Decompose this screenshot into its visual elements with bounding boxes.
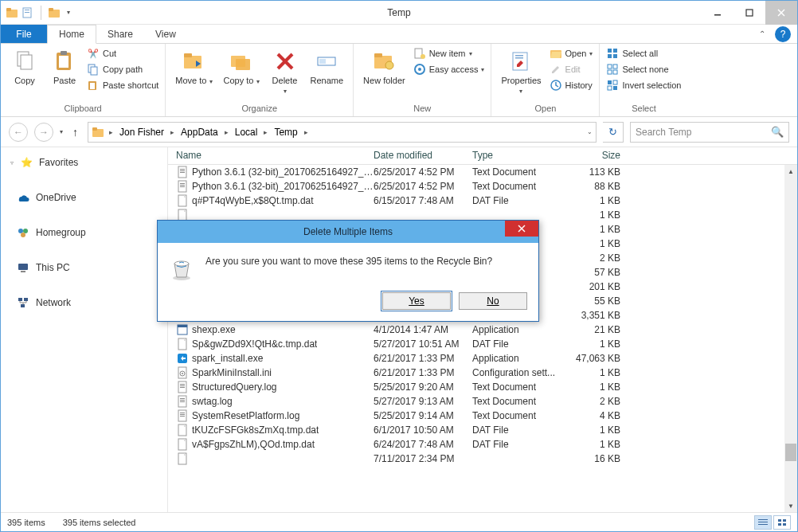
sidebar-item-network[interactable]: Network bbox=[1, 292, 167, 313]
tab-home[interactable]: Home bbox=[47, 25, 96, 44]
crumb-1[interactable]: AppData bbox=[179, 127, 220, 138]
file-type: Application bbox=[472, 324, 568, 335]
copy-path-button[interactable]: Copy path bbox=[87, 63, 158, 76]
new-item-button[interactable]: New item ▾ bbox=[413, 47, 485, 60]
minimize-button[interactable] bbox=[702, 1, 733, 25]
delete-button[interactable]: Delete▾ bbox=[268, 47, 303, 97]
tab-view[interactable]: View bbox=[144, 25, 187, 43]
recent-locations-icon[interactable]: ▾ bbox=[60, 128, 63, 135]
file-row[interactable]: StructuredQuery.log5/25/2017 9:20 AMText… bbox=[168, 380, 797, 394]
chevron-right-icon[interactable]: ▸ bbox=[169, 128, 176, 136]
file-row[interactable]: shexp.exe4/1/2014 1:47 AMApplication21 K… bbox=[168, 323, 797, 337]
help-icon[interactable]: ? bbox=[775, 26, 791, 42]
refresh-button[interactable]: ↻ bbox=[603, 122, 624, 143]
file-row[interactable]: vA$FgpsZhLM),QOd.tmp.dat6/24/2017 7:48 A… bbox=[168, 437, 797, 452]
rename-button[interactable]: Rename bbox=[307, 47, 347, 87]
move-to-button[interactable]: Move to ▾ bbox=[172, 47, 215, 88]
column-name[interactable]: Name bbox=[173, 150, 374, 161]
svg-rect-36 bbox=[515, 55, 523, 57]
file-row[interactable]: SystemResetPlatform.log5/25/2017 9:14 AM… bbox=[168, 409, 797, 423]
sidebar-item-favorites[interactable]: ▿ ⭐ Favorites bbox=[1, 152, 167, 173]
cut-button[interactable]: ✂️Cut bbox=[87, 47, 158, 60]
column-headers: Name Date modified Type Size bbox=[168, 147, 797, 165]
file-name: SystemResetPlatform.log bbox=[192, 410, 299, 421]
new-folder-button[interactable]: New folder bbox=[360, 47, 409, 87]
file-icon bbox=[176, 166, 189, 178]
search-box[interactable]: Search Temp 🔍 bbox=[630, 122, 789, 143]
edit-button[interactable]: Edit bbox=[550, 63, 593, 76]
chevron-right-icon[interactable]: ▸ bbox=[303, 128, 310, 136]
file-row[interactable]: q#PT4qWybE,x$8Qt.tmp.dat6/15/2017 7:48 A… bbox=[168, 194, 797, 208]
select-all-button[interactable]: Select all bbox=[606, 47, 681, 60]
group-label: Open bbox=[498, 102, 593, 116]
properties-button[interactable]: Properties▾ bbox=[498, 47, 544, 97]
file-row[interactable]: Sp&gwZDd9X!QtH&c.tmp.dat5/27/2017 10:51 … bbox=[168, 337, 797, 351]
file-row[interactable]: SparkMiniInstall.ini6/21/2017 1:33 PMCon… bbox=[168, 366, 797, 380]
forward-button[interactable]: → bbox=[34, 123, 53, 142]
file-icon bbox=[176, 395, 189, 408]
sidebar-item-thispc[interactable]: This PC bbox=[1, 257, 167, 278]
content-area: ▿ ⭐ Favorites OneDrive Homegroup This PC… bbox=[1, 147, 797, 512]
scroll-down-icon[interactable]: ▼ bbox=[784, 499, 797, 512]
vertical-scrollbar[interactable]: ▲ ▼ bbox=[784, 165, 797, 512]
file-row[interactable]: Python 3.6.1 (32-bit)_20170625164927_00.… bbox=[168, 165, 797, 179]
file-icon bbox=[176, 381, 189, 393]
chevron-right-icon[interactable]: ▸ bbox=[262, 128, 269, 136]
maximize-button[interactable] bbox=[733, 1, 765, 25]
up-button[interactable]: ↑ bbox=[69, 126, 81, 139]
qat-newfolder-icon[interactable] bbox=[48, 6, 61, 19]
collapse-ribbon-icon[interactable]: ⌃ bbox=[753, 25, 772, 43]
open-button[interactable]: Open ▾ bbox=[550, 47, 593, 60]
scroll-up-icon[interactable]: ▲ bbox=[784, 165, 797, 178]
file-row[interactable]: tKUZcFSFGk8sZmXq.tmp.dat6/1/2017 10:50 A… bbox=[168, 423, 797, 437]
copy-button[interactable]: Copy bbox=[7, 47, 42, 87]
copy-to-button[interactable]: Copy to ▾ bbox=[221, 47, 263, 88]
chevron-right-icon[interactable]: ▸ bbox=[223, 128, 230, 136]
paste-shortcut-button[interactable]: Paste shortcut bbox=[87, 79, 158, 92]
qat-dropdown-icon[interactable]: ▾ bbox=[64, 9, 73, 16]
svg-rect-17 bbox=[91, 67, 97, 75]
file-row[interactable]: spark_install.exe6/21/2017 1:33 PMApplic… bbox=[168, 351, 797, 366]
invert-selection-button[interactable]: Invert selection bbox=[606, 79, 681, 92]
no-button[interactable]: No bbox=[459, 292, 527, 310]
file-row[interactable]: 7/11/2017 2:34 PM16 KB bbox=[168, 452, 797, 466]
column-date[interactable]: Date modified bbox=[374, 150, 472, 161]
svg-rect-19 bbox=[90, 83, 95, 89]
dialog-title-bar[interactable]: Delete Multiple Items bbox=[158, 221, 538, 243]
tab-share[interactable]: Share bbox=[96, 25, 144, 43]
sidebar-item-homegroup[interactable]: Homegroup bbox=[1, 222, 167, 243]
crumb-0[interactable]: Jon Fisher bbox=[118, 127, 166, 138]
paste-button[interactable]: Paste bbox=[47, 47, 82, 87]
qat-properties-icon[interactable] bbox=[22, 6, 34, 19]
details-view-button[interactable] bbox=[754, 515, 772, 530]
yes-button[interactable]: Yes bbox=[382, 292, 451, 310]
easy-access-button[interactable]: Easy access ▾ bbox=[413, 63, 485, 76]
svg-rect-12 bbox=[21, 55, 32, 69]
scroll-thumb[interactable] bbox=[785, 444, 796, 461]
item-count: 395 items bbox=[7, 518, 45, 527]
file-row[interactable]: Python 3.6.1 (32-bit)_20170625164927_01.… bbox=[168, 179, 797, 194]
history-button[interactable]: History bbox=[550, 79, 593, 92]
crumb-2[interactable]: Local bbox=[233, 127, 260, 138]
search-icon[interactable]: 🔍 bbox=[771, 126, 784, 138]
chevron-right-icon[interactable]: ▸ bbox=[108, 128, 115, 136]
dialog-close-button[interactable] bbox=[505, 221, 538, 237]
column-type[interactable]: Type bbox=[472, 150, 568, 161]
file-type: Text Document bbox=[472, 166, 568, 178]
crumb-3[interactable]: Temp bbox=[272, 127, 299, 138]
svg-rect-8 bbox=[746, 10, 753, 16]
tab-file[interactable]: File bbox=[1, 25, 47, 43]
address-bar[interactable]: ▸ Jon Fisher▸ AppData▸ Local▸ Temp▸ ⌄ bbox=[88, 122, 597, 143]
address-dropdown-icon[interactable]: ⌄ bbox=[587, 128, 593, 135]
file-icon bbox=[176, 409, 189, 422]
sidebar-item-onedrive[interactable]: OneDrive bbox=[1, 187, 167, 208]
expand-icon[interactable]: ▿ bbox=[10, 159, 14, 166]
file-row[interactable]: swtag.log5/27/2017 9:13 AMText Document2… bbox=[168, 394, 797, 409]
close-button[interactable] bbox=[765, 1, 797, 25]
select-none-button[interactable]: Select none bbox=[606, 63, 681, 76]
file-type: Text Document bbox=[472, 396, 568, 407]
file-list[interactable]: Python 3.6.1 (32-bit)_20170625164927_00.… bbox=[168, 165, 797, 512]
large-icons-view-button[interactable] bbox=[773, 515, 791, 530]
column-size[interactable]: Size bbox=[568, 150, 627, 161]
back-button[interactable]: ← bbox=[9, 123, 28, 142]
